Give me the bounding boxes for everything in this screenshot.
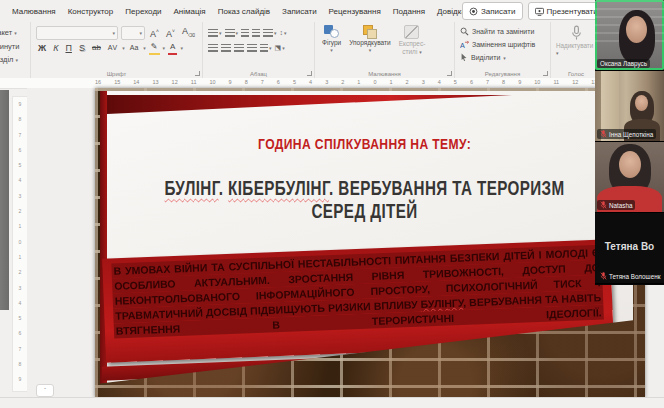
paragraph-group-label: Абзац	[203, 71, 314, 77]
muted-mic-icon	[600, 272, 607, 280]
shapes-button[interactable]: Фігури▾	[320, 25, 343, 53]
font-dialog-launcher[interactable]	[195, 71, 200, 76]
participant-tile-inna[interactable]: Інна Щепоткіна	[595, 71, 664, 142]
record-icon	[469, 7, 478, 16]
text-direction-button[interactable]: ↕▾	[280, 29, 287, 36]
status-bar	[0, 397, 664, 408]
participant-face	[619, 151, 641, 178]
align-right-button[interactable]	[234, 44, 244, 52]
muted-mic-icon	[600, 130, 607, 138]
highlight-color-button[interactable]: ✎	[149, 41, 160, 55]
bullets-button[interactable]: ▾	[208, 29, 222, 37]
replace-fonts-button[interactable]: А Замінення шрифтів	[460, 38, 545, 51]
bold-button[interactable]: Ж	[36, 42, 48, 54]
convert-smartart-button[interactable]: ⬔▾	[275, 44, 285, 52]
vertical-ruler[interactable]: 9 8 7 6 5 4 3 2 1 0 1 2 3 4 5 6 7 8 9	[12, 96, 28, 392]
paper-top-red-wedge	[107, 95, 512, 114]
slide-tools-group: Макет ▾ Скинути Розділ ▾	[0, 22, 31, 78]
shrink-font-button[interactable]: А˅	[164, 25, 177, 40]
tab-view[interactable]: Подання	[387, 7, 431, 16]
line-spacing-button[interactable]: ▾	[263, 29, 277, 37]
subtitle-line-2: СЕРЕД ДІТЕЙ	[163, 200, 566, 223]
editing-group: Знайти та замінити А Замінення шрифтів В…	[455, 22, 551, 78]
font-size-combo[interactable]: ▾	[121, 26, 145, 40]
menu-bar: Малювання Конструктор Переходи Анімація …	[0, 0, 664, 22]
subtitle-line-1: БУЛІНГ. КІБЕРБУЛІНГ. ВЕРБУВАННЯ ТА ТЕРОР…	[163, 177, 566, 200]
character-spacing-button[interactable]: АV	[106, 42, 119, 54]
underline-button[interactable]: П	[63, 42, 73, 54]
shapes-icon	[324, 25, 339, 38]
tab-record[interactable]: Записати	[276, 7, 323, 16]
participant-face	[635, 95, 648, 111]
align-left-button[interactable]	[208, 44, 218, 52]
slide-paper: ГОДИНА СПІЛКУВАННЯ НА ТЕМУ: БУЛІНГ. КІБЕ…	[100, 91, 633, 385]
editing-dialog-launcher[interactable]	[543, 71, 548, 76]
replace-fonts-icon: А	[460, 40, 469, 49]
tab-transitions[interactable]: Переходи	[119, 7, 167, 16]
editing-group-label: Редагування	[455, 71, 550, 77]
strikethrough-button[interactable]: ab	[90, 42, 103, 54]
slide-canvas: ГОДИНА СПІЛКУВАННЯ НА ТЕМУ: БУЛІНГ. КІБЕ…	[27, 88, 664, 398]
participant-display-name: Тетяна Во	[595, 241, 664, 252]
change-case-button[interactable]: Аа	[128, 42, 141, 54]
search-icon	[460, 27, 469, 36]
participant-name-label: Оксана Лаврусь	[597, 59, 650, 68]
find-replace-button[interactable]: Знайти та замінити	[460, 25, 545, 38]
participant-tile-oksana[interactable]: Оксана Лаврусь	[595, 0, 664, 71]
ribbon: Макет ▾ Скинути Розділ ▾ ▾ ▾ А˄ А˅ А⌫ Ж …	[0, 22, 664, 79]
tab-design[interactable]: Конструктор	[62, 7, 120, 16]
slide-body-textbox[interactable]: В УМОВАХ ВІЙНИ ТА СУСПІЛЬНОЇ НЕСТАБІЛЬНО…	[102, 239, 614, 362]
participant-face	[626, 16, 647, 43]
decrease-indent-button[interactable]	[241, 29, 249, 37]
record-button[interactable]: Записати	[462, 2, 523, 20]
layout-button[interactable]: Макет ▾	[0, 26, 30, 40]
slide-body-text: В УМОВАХ ВІЙНИ ТА СУСПІЛЬНОЇ НЕСТАБІЛЬНО…	[111, 245, 604, 339]
text-shadow-button[interactable]: S	[77, 42, 87, 54]
slide-subtitle[interactable]: БУЛІНГ. КІБЕРБУЛІНГ. ВЕРБУВАННЯ ТА ТЕРОР…	[106, 177, 623, 223]
drawing-dialog-launcher[interactable]	[447, 71, 452, 76]
select-button[interactable]: Виділити▾	[460, 51, 545, 64]
horizontal-ruler-numbers: 16 15 14 13 12 11 10 9 8 7 6 5 4 3 2 1 0…	[95, 79, 643, 85]
participant-tile-natasha[interactable]: Natasha	[595, 142, 664, 213]
align-center-button[interactable]	[221, 44, 231, 52]
muted-mic-icon	[600, 201, 607, 209]
voice-group-label: Голос	[551, 71, 601, 77]
section-button[interactable]: Розділ ▾	[0, 53, 30, 67]
italic-button[interactable]: К	[51, 42, 60, 54]
tab-animations[interactable]: Анімація	[168, 7, 212, 16]
quick-styles-icon	[404, 25, 419, 39]
arrange-button[interactable]: Упорядкувати▾	[347, 25, 392, 53]
ruler-collapse-widget[interactable]: ˆ	[36, 384, 54, 397]
columns-button[interactable]: ▾	[260, 44, 272, 52]
select-cursor-icon	[460, 53, 468, 62]
tab-drawing[interactable]: Малювання	[6, 7, 62, 16]
microphone-icon	[570, 25, 583, 42]
slide-title[interactable]: ГОДИНА СПІЛКУВАННЯ НА ТЕМУ:	[110, 135, 619, 153]
record-button-label: Записати	[481, 7, 516, 16]
present-icon	[535, 7, 544, 16]
dictate-button[interactable]: Надиктувати ▾	[556, 42, 596, 56]
increase-indent-button[interactable]	[252, 29, 260, 37]
slide[interactable]: ГОДИНА СПІЛКУВАННЯ НА ТЕМУ: БУЛІНГ. КІБЕ…	[95, 88, 645, 398]
participant-name-label: Інна Щепоткіна	[597, 129, 656, 139]
quick-styles-button[interactable]: Експрес- стилі ▾	[397, 25, 428, 55]
slide-thumbnails-scrollbar[interactable]	[0, 90, 9, 310]
powerpoint-window: Малювання Конструктор Переходи Анімація …	[0, 0, 664, 408]
participant-name-label: Natasha	[597, 200, 635, 210]
font-name-combo[interactable]: ▾	[36, 26, 118, 40]
drawing-group-label: Малювання	[315, 71, 454, 77]
participant-tile-tetiana[interactable]: Тетяна Во Тетяна Волошенк	[595, 213, 664, 284]
justify-button[interactable]	[247, 44, 257, 52]
tab-review[interactable]: Рецензування	[323, 7, 387, 16]
menu-actions: Записати Презентувати в	[462, 2, 611, 20]
clear-formatting-button[interactable]: А⌫	[180, 25, 197, 41]
drawing-group: Фігури▾ Упорядкувати▾ Експрес- стилі ▾ М…	[315, 22, 455, 78]
numbering-button[interactable]: ▾	[225, 29, 239, 37]
voice-group: Надиктувати ▾ Голос	[551, 22, 601, 78]
tab-slideshow[interactable]: Показ слайдів	[212, 7, 276, 16]
paragraph-group: ▾ ▾ ▾ ↕▾ ▾ ⬔▾ Абзац	[203, 22, 315, 78]
grow-font-button[interactable]: А˄	[148, 25, 161, 40]
paragraph-dialog-launcher[interactable]	[307, 71, 312, 76]
font-color-button[interactable]: А	[168, 41, 177, 55]
reset-button[interactable]: Скинути	[0, 40, 30, 53]
